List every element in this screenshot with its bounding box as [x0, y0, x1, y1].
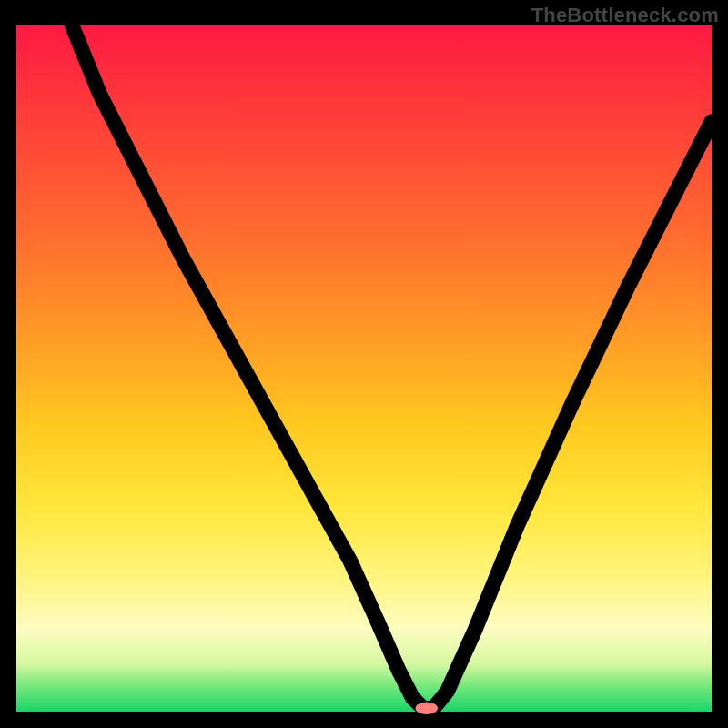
optimum-marker: [416, 702, 438, 714]
brand-watermark: TheBottleneck.com: [531, 4, 719, 27]
chart-frame: TheBottleneck.com: [0, 0, 728, 728]
bottleneck-curve: [72, 25, 712, 708]
bottleneck-curve-svg: [16, 25, 712, 712]
plot-area: [16, 25, 712, 712]
